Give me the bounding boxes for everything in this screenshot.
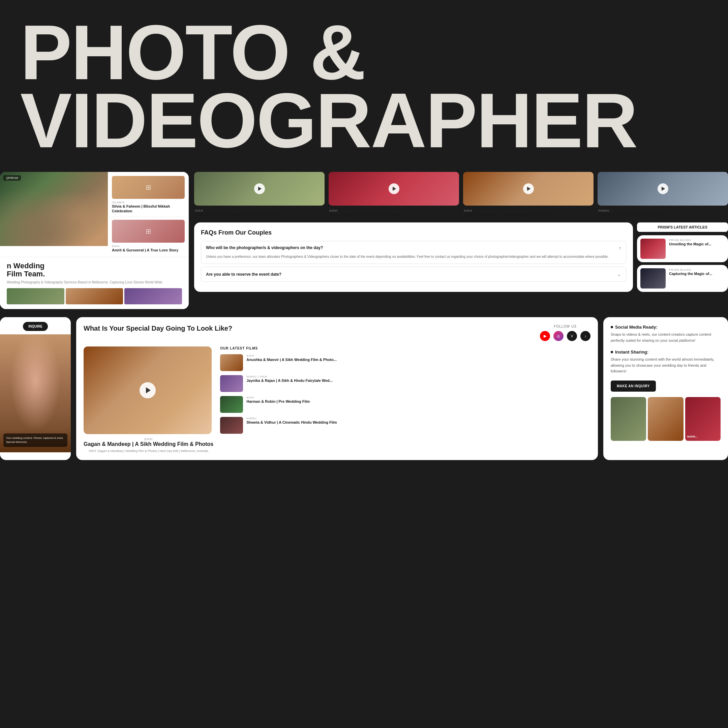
faq-q1-answer: Unless you have a preference, our team a…: [206, 254, 621, 260]
follow-label: FOLLOW US: [540, 324, 590, 328]
play-btn-1[interactable]: [254, 184, 265, 194]
side-card-1: ⊞ ISLAMIC Silvia & Faheem | Blissful Nik…: [112, 176, 185, 214]
right-content-col: SIKH Nitika & Jashan | Romantic 'Save Th…: [194, 172, 728, 309]
hero-title: PHOTO & VIDEOGRAPHER: [20, 18, 708, 155]
video-info-1: SIKH Nitika & Jashan | Romantic 'Save Th…: [194, 206, 324, 219]
article-label-2: PRISM BLOGS: [669, 268, 712, 271]
hero-section: PHOTO & VIDEOGRAPHER: [0, 0, 728, 172]
film-meta: SIKH: Gagan & Mandeep | Wedding Film & P…: [84, 449, 213, 453]
thumb-3: [124, 288, 182, 304]
card2-title: Amrit & Gurseerat | A True Love Story: [112, 248, 185, 252]
card-top-row: QPIRAM ⊞ ISLAMIC Silvia & Faheem | Bliss…: [0, 172, 189, 257]
vimeo-icon[interactable]: V: [567, 331, 577, 341]
film-item-4: HINDU Shweta & Vidhur | A Cinematic Hind…: [220, 417, 590, 434]
video-info-4: HINDU Shweta & Vidhur | A Pre Wedding Fi…: [598, 206, 728, 219]
mobile-caption: Your wedding content. Filmed, captured &…: [3, 433, 67, 447]
feature-2: Instant Sharing: Share your stunning con…: [611, 350, 720, 375]
play-btn-4[interactable]: [658, 184, 668, 194]
video-info-3: SIKH Gagan & Mandeep | A Sikh Wedding Fi…: [463, 206, 593, 219]
thumb-2: [66, 288, 123, 304]
follow-section: FOLLOW US ▶ ◎ V ♪: [540, 324, 590, 341]
side-card-1-thumb: ⊞: [112, 176, 185, 199]
film-thumb-4: [220, 417, 243, 434]
gallery-strip: MARR...: [611, 397, 720, 441]
card2-tag: SIKH: [112, 245, 185, 248]
article-title-2: Capturing the Magic of...: [669, 271, 712, 276]
center-mockup: What Is Your Special Day Going To Look L…: [76, 317, 598, 460]
main-video-section: SIKH Gagan & Mandeep | A Sikh Wedding Fi…: [84, 346, 213, 453]
play-btn-2[interactable]: [388, 184, 399, 194]
film-category: SIKH: [84, 437, 213, 441]
gallery-img-1: [611, 397, 646, 441]
nav-tag: QPIRAM: [3, 175, 21, 180]
brand-desc: Wedding Photography & Videography Servic…: [7, 280, 182, 285]
article-item-2: PRISM BLOGS Capturing the Magic of...: [637, 265, 728, 292]
faq-item-1[interactable]: Who will be the photographer/s & videogr…: [201, 241, 626, 264]
video-thumb-2: [329, 172, 459, 206]
make-inquiry-button[interactable]: MAKE AN INQUIRY: [611, 381, 656, 392]
faq-q2-text: Are you able to reserve the event date?: [206, 272, 617, 277]
brand-name: n Wedding Film Team.: [7, 262, 182, 278]
card1-title: Silvia & Faheem | Blissful Nikkah Celebr…: [112, 204, 185, 214]
video-thumb-3: [463, 172, 593, 206]
article-title-1: Unveiling the Magic of...: [669, 242, 711, 246]
video-card-3: SIKH Gagan & Mandeep | A Sikh Wedding Fi…: [463, 172, 593, 219]
article-info-2: PRISM BLOGS Capturing the Magic of...: [669, 268, 712, 289]
video-thumb-1: [194, 172, 324, 206]
film-title: Gagan & Mandeep | A Sikh Wedding Film & …: [84, 441, 213, 448]
left-website-card: QPIRAM ⊞ ISLAMIC Silvia & Faheem | Bliss…: [0, 172, 189, 309]
side-cards: ⊞ ISLAMIC Silvia & Faheem | Blissful Nik…: [108, 172, 189, 257]
latest-films-title: OUR LATEST FILMS: [220, 346, 590, 350]
film-thumb-2: [220, 375, 243, 392]
feature-1-title: Social Media Ready:: [615, 324, 658, 330]
bottom-section: INQUIRE Your wedding content. Filmed, ca…: [0, 317, 728, 460]
faq-q2-chevron: ⌄: [617, 271, 621, 277]
articles-sidebar: PRISM'S LATEST ARTICLES PRISM BLOGS Unve…: [637, 222, 728, 292]
film-item-3: SIKH Harman & Robin | Pre Wedding Film: [220, 396, 590, 413]
article-label-1: PRISM BLOGS: [669, 239, 711, 242]
article-item-1: PRISM BLOGS Unveiling the Magic of...: [637, 235, 728, 262]
article-info-1: PRISM BLOGS Unveiling the Magic of...: [669, 239, 711, 259]
play-btn-3[interactable]: [523, 184, 534, 194]
bullet-2: [611, 351, 613, 353]
video-grid: SIKH Nitika & Jashan | Romantic 'Save Th…: [194, 172, 728, 219]
video-info-2: SIKH Jess & Manjot | From Rituals to Rom…: [329, 206, 459, 219]
gallery-img-2: [648, 397, 683, 441]
video-thumb-4: [598, 172, 728, 206]
card1-tag: ISLAMIC: [112, 201, 185, 204]
article-thumb-1: [640, 239, 666, 259]
faq-q1-text: Who will be the photographer/s & videogr…: [206, 245, 618, 250]
gallery-img-3: MARR...: [685, 397, 720, 441]
articles-title: PRISM'S LATEST ARTICLES: [637, 222, 728, 232]
mobile-photo: Your wedding content. Filmed, captured &…: [0, 334, 71, 452]
inquire-button[interactable]: INQUIRE: [23, 322, 48, 331]
bullet-1: [611, 326, 613, 328]
latest-films-section: OUR LATEST FILMS SIKH Anushka & Manvir |…: [220, 346, 590, 453]
faq-title: FAQs From Our Couples: [201, 229, 626, 236]
side-card-2: ⊞ SIKH Amrit & Gurseerat | A True Love S…: [112, 217, 185, 252]
thumb-1: [7, 288, 64, 304]
side-card-2-thumb: ⊞: [112, 220, 185, 243]
faq-q1-arrow: ↑: [618, 245, 621, 251]
feature-2-desc: Share your stunning content with the wor…: [611, 356, 720, 375]
film-thumb-3: [220, 396, 243, 413]
thumb-strip: [7, 288, 182, 304]
film-thumb-1: [220, 354, 243, 371]
video-card-2: SIKH Jess & Manjot | From Rituals to Rom…: [329, 172, 459, 219]
mockups-row: QPIRAM ⊞ ISLAMIC Silvia & Faheem | Bliss…: [0, 172, 728, 317]
youtube-icon[interactable]: ▶: [540, 331, 550, 341]
page-root: PHOTO & VIDEOGRAPHER QPIRAM ⊞: [0, 0, 728, 728]
tiktok-icon[interactable]: ♪: [580, 331, 590, 341]
feature-1: Social Media Ready: Snaps to videos & re…: [611, 324, 720, 343]
main-wedding-photo: QPIRAM: [0, 172, 108, 246]
video-card-4: HINDU Shweta & Vidhur | A Pre Wedding Fi…: [598, 172, 728, 219]
film-item-1: SIKH Anushka & Manvir | A Sikh Wedding F…: [220, 354, 590, 371]
instagram-icon[interactable]: ◎: [554, 331, 564, 341]
article-thumb-2: [640, 268, 666, 289]
faq-item-2[interactable]: Are you able to reserve the event date? …: [201, 267, 626, 282]
mobile-mockup: INQUIRE Your wedding content. Filmed, ca…: [0, 317, 71, 460]
main-play-btn[interactable]: [139, 382, 156, 398]
feature-2-title: Instant Sharing:: [615, 350, 648, 355]
main-video-thumb: [84, 346, 212, 434]
film-item-2: HINDU | SIKH Jaynika & Rajan | A Sikh & …: [220, 375, 590, 392]
